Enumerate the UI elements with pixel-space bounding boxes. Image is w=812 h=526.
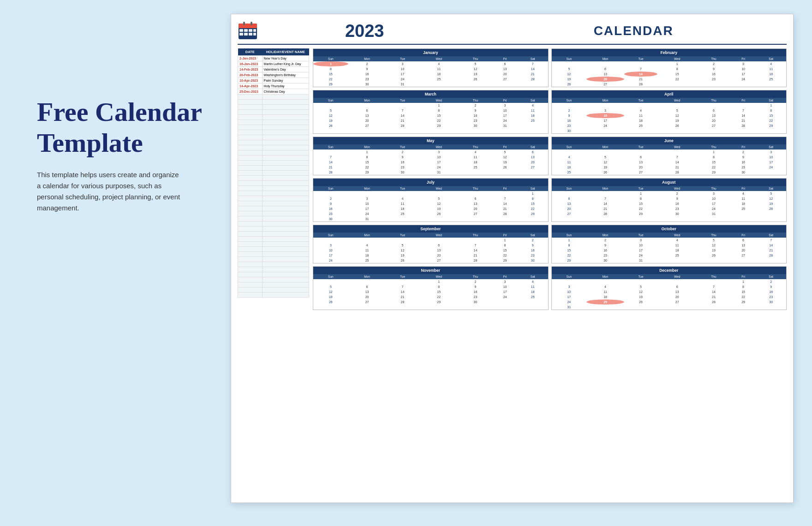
blank-row [238,277,309,282]
week-row: 15161718192021 [552,248,787,253]
day-header: Fri [731,233,756,238]
week-row: 262728 [552,82,787,87]
day-cell: 18 [657,248,697,253]
day-cell: 12 [313,289,348,294]
day-cell: 1 [419,103,459,108]
day-header: Tue [624,274,657,279]
day-header: Sun [313,233,348,238]
week-row: 10111213141516 [313,248,548,253]
events-section: DATE HOLIDAY/EVENT NAME 2-Jan-2023New Ye… [238,48,309,310]
day-cell: 13 [624,160,657,165]
day-cell: 25 [386,211,419,216]
month-block: SeptemberSunMonTueWedThuFriSat1234567891… [313,225,549,263]
month-block: JulySunMonTueWedThuFriSat123456789101112… [313,178,549,222]
day-cell: 22 [657,77,697,82]
month-block: OctoberSunMonTueWedThuFriSat123456789101… [551,225,787,263]
blank-row [238,287,309,293]
event-name: New Year's Day [262,56,309,61]
day-header: Sat [518,274,548,279]
day-header: Sat [756,144,786,149]
day-header: Mon [586,98,624,103]
svg-rect-1 [239,24,257,28]
day-cell: 5 [313,108,348,113]
day-header: Fri [731,186,756,191]
week-row: 2345678 [552,108,787,113]
day-cell [492,299,518,305]
day-cell: 27 [586,82,624,87]
day-cell: 3 [756,149,786,155]
day-cell [518,82,548,87]
day-cell: 30 [586,258,624,263]
day-cell: 24 [492,294,518,299]
week-row: 123 [552,149,787,155]
week-row: 6789101112 [552,196,787,201]
day-cell: 14 [624,72,657,77]
day-cell [518,170,548,175]
day-cell: 22 [419,294,459,299]
week-row: 14151617181920 [313,160,548,165]
month-block: FebruarySunMonTueWedThuFriSat12345678910… [551,48,787,87]
day-cell: 27 [348,123,386,128]
day-cell: 12 [756,196,786,201]
day-cell [756,128,786,133]
event-col-header: HOLIDAY/EVENT NAME [262,48,309,56]
day-cell: 19 [586,165,624,170]
day-cell [459,238,493,243]
event-row: 16-Jan-2023Martin Luther King Jr. Day [238,61,309,67]
day-cell: 4 [731,191,756,196]
blank-row [238,196,309,201]
event-date: 20-Feb-2023 [238,72,263,78]
day-cell: 4 [586,284,624,289]
day-cell: 22 [419,118,459,123]
day-cell: 8 [492,243,518,248]
header-calendar-title: CALENDAR [480,24,787,38]
month-block: MaySunMonTueWedThuFriSat1234567891011121… [313,137,549,175]
day-cell: 16 [731,160,756,165]
day-cell: 6 [731,238,756,243]
day-cell: 10 [492,284,518,289]
day-cell: 11 [657,243,697,248]
day-cell [586,128,624,133]
day-cell: 16 [552,118,587,123]
day-cell: 30 [459,299,493,305]
day-cell: 19 [624,294,657,299]
week-row: 28293031 [313,170,548,175]
week-row: 1234567 [313,61,548,66]
day-cell [348,191,386,196]
day-cell: 31 [492,123,518,128]
day-cell: 11 [731,196,756,201]
day-cell: 18 [552,165,587,170]
day-cell: 8 [697,155,731,160]
day-cell [419,238,459,243]
day-cell: 12 [419,201,459,206]
day-cell: 29 [624,211,657,216]
day-cell: 27 [731,253,756,258]
day-cell: 12 [459,66,493,72]
day-cell: 28 [459,258,493,263]
week-row: 1234 [552,61,787,66]
day-cell: 24 [697,206,731,211]
day-cell [552,191,587,196]
day-cell: 2 [348,61,386,66]
day-cell: 30 [731,170,756,175]
day-cell: 9 [459,284,493,289]
day-cell: 28 [657,170,697,175]
week-row: 12131415161718 [313,289,548,294]
week-row: 13141516171819 [552,201,787,206]
day-cell: 20 [624,165,657,170]
day-header: Fri [492,274,518,279]
blank-row [238,171,309,176]
event-date: 10-Apr-2023 [238,78,263,84]
day-cell: 20 [586,77,624,82]
day-cell: 11 [624,113,657,118]
day-cell: 26 [386,258,419,263]
day-header: Fri [731,56,756,61]
day-header: Sat [518,56,548,61]
day-header: Fri [492,144,518,149]
day-cell: 6 [624,155,657,160]
day-cell: 23 [552,123,587,128]
day-cell [552,103,587,108]
day-cell: 28 [492,211,518,216]
day-cell: 21 [518,72,548,77]
day-cell: 17 [419,160,459,165]
